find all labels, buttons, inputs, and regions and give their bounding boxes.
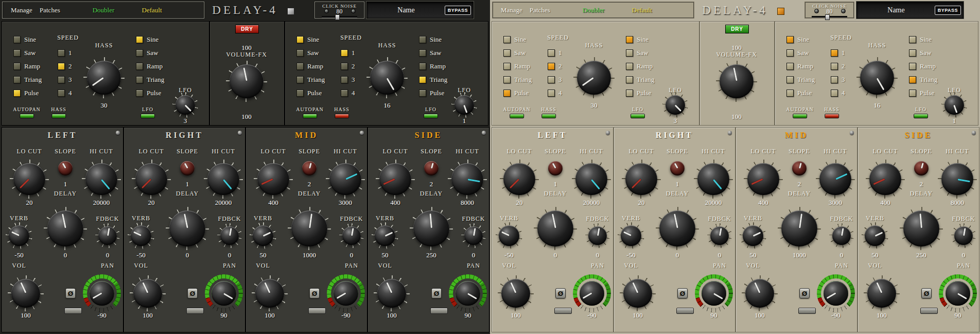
verb-knob[interactable] bbox=[499, 225, 519, 246]
vol-knob[interactable] bbox=[11, 279, 40, 308]
delay-knob[interactable] bbox=[903, 210, 939, 247]
vol-knob[interactable] bbox=[133, 279, 162, 308]
pulse-checkbox[interactable] bbox=[503, 90, 511, 97]
saw-checkbox[interactable] bbox=[626, 49, 633, 57]
autopan-led[interactable] bbox=[303, 114, 317, 118]
verb-knob[interactable] bbox=[375, 225, 395, 246]
pulse-checkbox[interactable] bbox=[296, 90, 304, 97]
hass-led[interactable] bbox=[51, 114, 66, 118]
fdbck-knob[interactable] bbox=[342, 226, 361, 245]
pulse-checkbox[interactable] bbox=[13, 90, 21, 97]
sine-checkbox[interactable] bbox=[296, 36, 304, 43]
fdbck-knob[interactable] bbox=[464, 226, 483, 245]
pan-mode-button[interactable] bbox=[308, 308, 326, 314]
preset-name-green[interactable]: Doubler bbox=[93, 6, 115, 14]
pan-mode-button[interactable] bbox=[64, 308, 82, 314]
pulse-checkbox[interactable] bbox=[136, 90, 143, 97]
hicut-knob[interactable] bbox=[85, 163, 117, 195]
pan-knob[interactable] bbox=[946, 281, 970, 306]
pan-knob[interactable] bbox=[824, 281, 848, 306]
color-swatch-button[interactable] bbox=[777, 8, 784, 15]
color-swatch-button[interactable] bbox=[287, 8, 294, 15]
speed-2-checkbox[interactable] bbox=[341, 63, 348, 70]
hicut-knob[interactable] bbox=[575, 163, 607, 195]
autopan-led[interactable] bbox=[793, 114, 807, 118]
volume-fx-knob[interactable] bbox=[720, 64, 754, 98]
vol-knob[interactable] bbox=[255, 279, 284, 308]
patch-name-field[interactable]: Name bbox=[367, 2, 445, 18]
click-noise-slider[interactable] bbox=[812, 16, 847, 17]
triang-checkbox[interactable] bbox=[296, 76, 304, 83]
pulse-checkbox[interactable] bbox=[626, 90, 633, 97]
delay-knob[interactable] bbox=[169, 210, 205, 247]
pan-mode-button[interactable] bbox=[920, 308, 938, 314]
verb-knob[interactable] bbox=[621, 225, 641, 246]
slope-knob[interactable] bbox=[548, 161, 563, 175]
pan-mode-button[interactable] bbox=[430, 308, 448, 314]
pulse-checkbox[interactable] bbox=[909, 90, 916, 97]
saw-checkbox[interactable] bbox=[136, 49, 143, 57]
phase-invert-button[interactable]: Ø bbox=[309, 288, 320, 298]
vol-knob[interactable] bbox=[377, 279, 406, 308]
ramp-checkbox[interactable] bbox=[136, 63, 143, 70]
dry-button[interactable]: DRY bbox=[725, 25, 749, 33]
phase-invert-button[interactable]: Ø bbox=[65, 288, 76, 298]
vol-knob[interactable] bbox=[867, 279, 896, 308]
fdbck-knob[interactable] bbox=[588, 226, 607, 245]
speed-1-checkbox[interactable] bbox=[548, 49, 555, 57]
sine-checkbox[interactable] bbox=[136, 36, 143, 43]
triang-checkbox[interactable] bbox=[503, 76, 511, 83]
preset-name-yellow[interactable]: Default bbox=[632, 6, 652, 14]
saw-checkbox[interactable] bbox=[909, 49, 916, 57]
speed-3-checkbox[interactable] bbox=[341, 76, 348, 83]
preset-name-green[interactable]: Doubler bbox=[583, 6, 605, 14]
hass-knob[interactable] bbox=[370, 61, 404, 95]
pan-mode-button[interactable] bbox=[554, 308, 572, 314]
saw-checkbox[interactable] bbox=[786, 49, 794, 57]
volume-fx-knob[interactable] bbox=[230, 64, 264, 98]
phase-invert-button[interactable]: Ø bbox=[187, 288, 198, 298]
click-noise-slider-handle[interactable] bbox=[335, 14, 340, 20]
ramp-checkbox[interactable] bbox=[909, 63, 916, 70]
hicut-knob[interactable] bbox=[819, 163, 851, 195]
autopan-led[interactable] bbox=[20, 114, 34, 118]
ramp-checkbox[interactable] bbox=[786, 63, 794, 70]
lfo-knob[interactable] bbox=[176, 95, 195, 115]
menu-manage[interactable]: Manage bbox=[501, 6, 522, 14]
pan-knob[interactable] bbox=[580, 281, 604, 306]
menu-patches[interactable]: Patches bbox=[530, 6, 550, 14]
bypass-button[interactable]: BYPASS bbox=[445, 6, 471, 15]
hass-knob[interactable] bbox=[860, 61, 894, 95]
delay-knob[interactable] bbox=[781, 210, 817, 247]
pan-knob[interactable] bbox=[90, 281, 114, 306]
sine-checkbox[interactable] bbox=[503, 36, 511, 43]
fdbck-knob[interactable] bbox=[832, 226, 851, 245]
saw-checkbox[interactable] bbox=[13, 49, 21, 57]
delay-knob[interactable] bbox=[659, 210, 695, 247]
hass-knob[interactable] bbox=[87, 61, 121, 95]
slope-knob[interactable] bbox=[670, 161, 685, 175]
hass-knob[interactable] bbox=[577, 61, 611, 95]
slope-knob[interactable] bbox=[792, 161, 807, 175]
hicut-knob[interactable] bbox=[329, 163, 361, 195]
click-noise-slider-handle[interactable] bbox=[825, 14, 830, 20]
dry-button[interactable]: DRY bbox=[235, 25, 259, 33]
triang-checkbox[interactable] bbox=[136, 76, 143, 83]
locut-knob[interactable] bbox=[135, 163, 167, 195]
phase-invert-button[interactable]: Ø bbox=[431, 288, 442, 298]
hicut-knob[interactable] bbox=[941, 163, 973, 195]
speed-1-checkbox[interactable] bbox=[831, 49, 838, 57]
hicut-knob[interactable] bbox=[451, 163, 483, 195]
saw-checkbox[interactable] bbox=[419, 49, 426, 57]
phase-invert-button[interactable]: Ø bbox=[799, 288, 810, 298]
lfo-knob[interactable] bbox=[944, 95, 964, 115]
lfo-led[interactable] bbox=[631, 114, 645, 118]
speed-1-checkbox[interactable] bbox=[341, 49, 348, 57]
locut-knob[interactable] bbox=[625, 163, 657, 195]
verb-knob[interactable] bbox=[865, 225, 885, 246]
pan-knob[interactable] bbox=[702, 281, 726, 306]
lfo-knob[interactable] bbox=[454, 95, 474, 115]
vol-knob[interactable] bbox=[623, 279, 652, 308]
slope-knob[interactable] bbox=[180, 161, 195, 175]
fdbck-knob[interactable] bbox=[98, 226, 117, 245]
